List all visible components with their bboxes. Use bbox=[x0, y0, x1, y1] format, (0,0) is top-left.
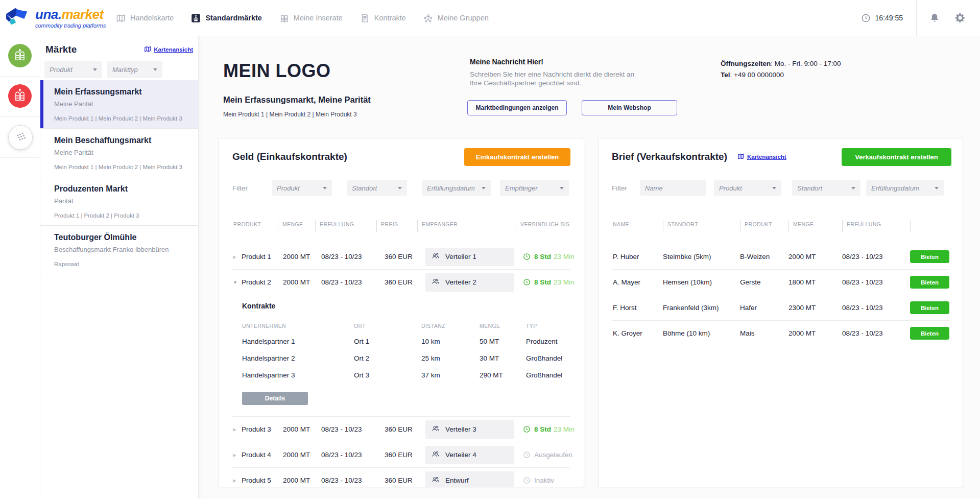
show-market-conditions-button[interactable]: Marktbedingungen anzeigen bbox=[467, 100, 567, 115]
market-list-item[interactable]: Produzenten Markt Parität Produkt 1 | Pr… bbox=[40, 177, 198, 226]
create-buy-contract-button[interactable]: Einkaufskontrakt erstellen bbox=[464, 148, 570, 166]
buy-filter-product[interactable]: Produkt bbox=[272, 180, 332, 196]
buy-contract-row[interactable]: Produkt 1 2000 MT 08/23 - 10/23 360 EUR … bbox=[232, 244, 570, 269]
market-products: Mein Produkt 1 | Mein Produkt 2 | Mein P… bbox=[54, 115, 193, 122]
status-text: Inaktiv bbox=[534, 477, 554, 484]
sell-filter-product[interactable]: Produkt bbox=[714, 180, 781, 196]
hours-remaining: 8 Std bbox=[534, 425, 551, 433]
market-list-item[interactable]: Mein Erfassungsmarkt Meine Parität Mein … bbox=[40, 80, 198, 129]
seller-location: Steimbke (5km) bbox=[663, 253, 740, 260]
seller-name: P. Huber bbox=[612, 253, 663, 260]
offer-quantity: 1800 MT bbox=[788, 278, 842, 286]
buy-filter-recipient[interactable]: Empfänger bbox=[500, 180, 569, 196]
validity-cell: 8 Std 23 Min bbox=[516, 425, 575, 433]
bid-button[interactable]: Bieten bbox=[910, 301, 949, 314]
offer-product: Gerste bbox=[740, 278, 788, 286]
sell-market-rail-button[interactable] bbox=[8, 84, 32, 108]
recipient-chip[interactable]: Verteiler 2 bbox=[425, 273, 514, 292]
market-title: Produzenten Markt bbox=[54, 184, 193, 194]
clock-icon bbox=[523, 278, 531, 286]
market-list-item[interactable]: Teutoburger Ölmühle Beschaffungsmarkt Fr… bbox=[40, 226, 198, 274]
chevron-down-icon bbox=[153, 68, 157, 71]
notifications-bell-icon[interactable] bbox=[929, 12, 940, 23]
chevron-down-icon bbox=[323, 187, 327, 189]
market-list: Mein Erfassungsmarkt Meine Parität Mein … bbox=[40, 80, 198, 274]
sell-table-rows: P. Huber Steimbke (5km) B-Weizen 2000 MT… bbox=[612, 244, 949, 346]
price: 360 EUR bbox=[376, 477, 417, 484]
product-filter-select[interactable]: Produkt bbox=[44, 61, 102, 78]
filter-label: Filter bbox=[612, 184, 640, 192]
expand-caret-icon[interactable] bbox=[233, 254, 242, 259]
details-button[interactable]: Details bbox=[242, 392, 308, 405]
chevron-down-icon bbox=[482, 187, 486, 189]
nav-item-label: Standardmärkte bbox=[205, 14, 261, 22]
name-filter-input[interactable] bbox=[640, 180, 706, 196]
buy-contract-row[interactable]: Produkt 2 2000 MT 08/23 - 10/23 360 EUR … bbox=[232, 269, 570, 295]
product-name: Produkt 5 bbox=[242, 477, 271, 484]
clock-icon bbox=[523, 451, 531, 459]
recipient-chip[interactable]: Verteiler 3 bbox=[425, 420, 514, 439]
sell-filter-location[interactable]: Standort bbox=[792, 180, 861, 196]
sidebar-map-view-link[interactable]: Kartenansicht bbox=[144, 45, 193, 54]
recipient-chip[interactable]: Entwurf bbox=[425, 471, 514, 488]
expand-caret-icon[interactable] bbox=[233, 478, 242, 483]
fulfilment-period: 08/23 - 10/23 bbox=[315, 477, 376, 484]
nav-item[interactable]: Standardmärkte bbox=[191, 13, 261, 23]
minutes-remaining: 23 Min bbox=[554, 425, 575, 433]
merchant-market-line: Mein Erfassungsmarkt, Meine Parität bbox=[223, 95, 371, 105]
hours-remaining: 8 Std bbox=[534, 253, 551, 260]
expand-caret-icon[interactable] bbox=[233, 280, 242, 285]
message-body: Schreiben Sie hier eine Nachricht dierkt… bbox=[470, 70, 646, 87]
quantity: 2000 MT bbox=[278, 278, 315, 286]
merchant-products-line: Mein Produkt 1 | Mein Produkt 2 | Mein P… bbox=[223, 111, 357, 118]
app-logo[interactable]: una.market commodity trading platforms bbox=[0, 7, 110, 29]
people-icon bbox=[431, 449, 440, 460]
sell-filter-fulfilment-date[interactable]: Erfüllungsdatum bbox=[866, 180, 944, 196]
silo-down-icon bbox=[13, 48, 27, 63]
market-products: Mein Produkt 1 | Mein Produkt 2 | Mein P… bbox=[54, 163, 193, 171]
chevron-down-icon bbox=[560, 187, 564, 189]
expand-caret-icon[interactable] bbox=[233, 427, 242, 432]
buy-contract-row[interactable]: Produkt 4 2000 MT 08/23 - 10/23 360 EUR … bbox=[232, 442, 570, 467]
buy-contract-row[interactable]: Produkt 3 2000 MT 08/23 - 10/23 360 EUR … bbox=[232, 416, 570, 442]
field-map-rail-button[interactable] bbox=[8, 125, 33, 150]
webshop-button[interactable]: Mein Webshop bbox=[582, 100, 677, 115]
seller-name: A. Mayer bbox=[612, 278, 663, 286]
recipient-chip[interactable]: Verteiler 4 bbox=[425, 446, 514, 464]
bid-button[interactable]: Bieten bbox=[910, 327, 949, 340]
nav-item[interactable]: Meine Gruppen bbox=[423, 13, 489, 23]
map-icon bbox=[116, 13, 126, 23]
fulfilment-period: 08/23 - 10/23 bbox=[315, 253, 376, 260]
nav-item[interactable]: Meine Inserate bbox=[279, 13, 343, 23]
nav-item-label: Handelskarte bbox=[130, 14, 174, 22]
buy-filter-fulfilment-date[interactable]: Erfüllungsdatum bbox=[422, 180, 491, 196]
settings-gear-icon[interactable] bbox=[954, 12, 966, 23]
market-subtitle: Parität bbox=[54, 197, 193, 205]
buy-contracts-panel: Geld (Einkaufskontrakte) Einkaufskontrak… bbox=[219, 138, 584, 487]
buy-filter-location[interactable]: Standort bbox=[347, 180, 407, 196]
market-list-item[interactable]: Mein Beschaffungsmarkt Meine Parität Mei… bbox=[40, 129, 198, 177]
expand-caret-icon[interactable] bbox=[233, 453, 242, 458]
buy-market-rail-button[interactable] bbox=[8, 44, 32, 67]
bid-button[interactable]: Bieten bbox=[910, 276, 949, 289]
sell-offer-row: K. Groyer Böhme (10 km) Mais 2000 MT 08/… bbox=[612, 320, 949, 346]
merchant-logo-text: MEIN LOGO bbox=[223, 60, 331, 82]
validity-cell: 8 Std 23 Min bbox=[516, 253, 575, 260]
sell-map-view-link[interactable]: Kartenansicht bbox=[737, 153, 786, 161]
seller-location: Frankenfeld (3km) bbox=[663, 304, 740, 312]
nav-item[interactable]: Kontrakte bbox=[360, 13, 406, 23]
nav-item[interactable]: Handelskarte bbox=[116, 13, 174, 23]
logo-tagline: commodity trading platforms bbox=[35, 23, 106, 29]
fulfilment-period: 08/23 - 10/23 bbox=[315, 278, 376, 286]
offer-period: 08/23 - 10/23 bbox=[842, 253, 910, 260]
create-sell-contract-button[interactable]: Verkaufskontrakt erstellen bbox=[842, 148, 951, 166]
bid-button[interactable]: Bieten bbox=[910, 250, 949, 263]
opening-hours-line: Öffnungszeiten: Mo. - Fri. 9:00 - 17:00 bbox=[721, 58, 841, 69]
market-type-filter-select[interactable]: Markttyp bbox=[107, 61, 162, 78]
buy-contract-row[interactable]: Produkt 5 2000 MT 08/23 - 10/23 360 EUR … bbox=[232, 467, 570, 487]
recipient-chip[interactable]: Verteiler 1 bbox=[425, 248, 514, 266]
validity-cell: 8 Std 23 Min bbox=[516, 278, 575, 286]
offer-period: 08/23 - 10/23 bbox=[842, 329, 910, 337]
product-name: Produkt 2 bbox=[242, 278, 271, 286]
sell-offer-row: F. Horst Frankenfeld (3km) Hafer 2300 MT… bbox=[612, 295, 949, 320]
